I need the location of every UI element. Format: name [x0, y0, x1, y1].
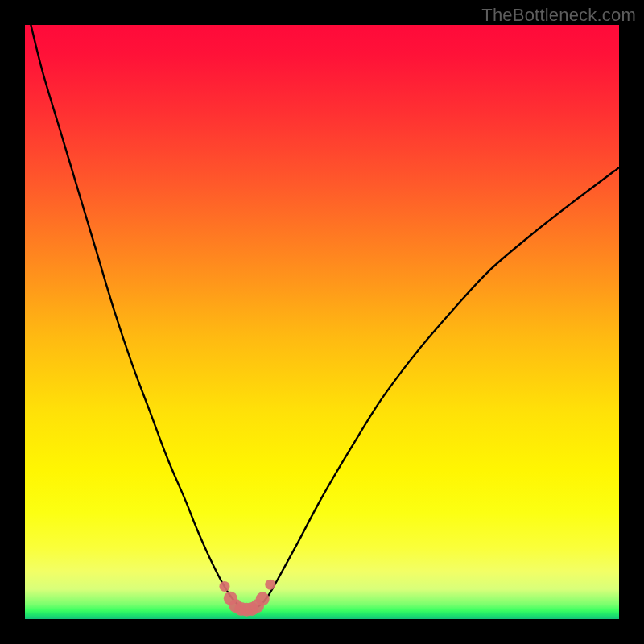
watermark-text: TheBottleneck.com	[481, 5, 636, 26]
plot-area	[25, 25, 619, 619]
bottleneck-curve	[31, 25, 619, 610]
valley-marker	[256, 592, 270, 605]
valley-marker	[219, 581, 229, 592]
chart-frame: TheBottleneck.com	[0, 0, 644, 644]
valley-markers	[219, 580, 275, 617]
valley-marker	[265, 580, 275, 590]
chart-svg	[25, 25, 619, 619]
